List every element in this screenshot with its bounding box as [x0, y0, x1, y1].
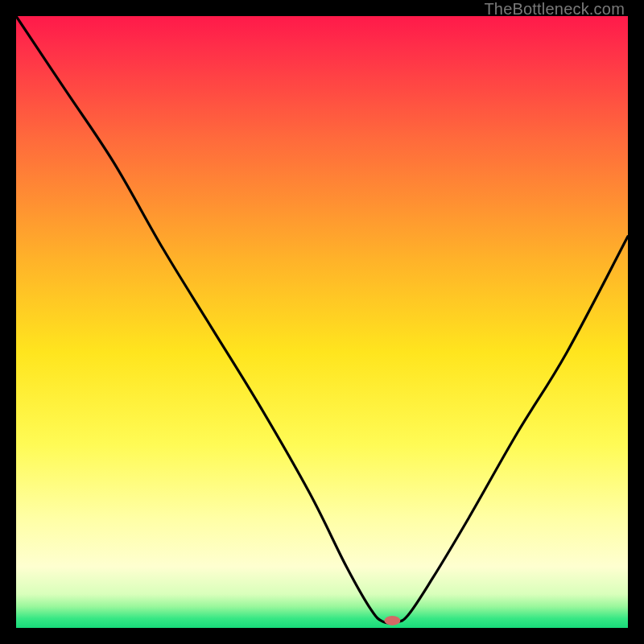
plot-area: [16, 16, 628, 628]
chart-frame: { "watermark": "TheBottleneck.com", "cha…: [0, 0, 644, 644]
gradient-background: [16, 16, 628, 628]
chart-svg: [16, 16, 628, 628]
optimum-marker: [384, 616, 400, 625]
